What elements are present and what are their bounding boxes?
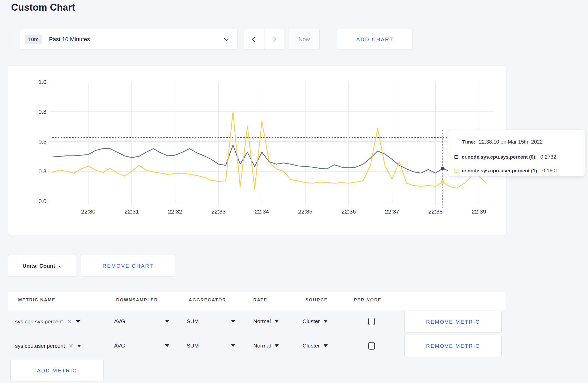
y-tick-label: 0.3 bbox=[38, 168, 46, 175]
aggregator-select[interactable]: SUM bbox=[187, 318, 235, 324]
time-range-select[interactable]: 10m Past 10 Minutes bbox=[20, 29, 237, 50]
tooltip-time-label: Time: bbox=[462, 139, 475, 145]
chevron-right-icon bbox=[270, 37, 276, 42]
clear-metric-icon[interactable]: ✕ bbox=[69, 343, 73, 349]
user-crosshair-dot bbox=[441, 180, 444, 184]
tooltip-user-label: cr.node.sys.cpu.user.percent (1): bbox=[462, 168, 539, 174]
downsampler-value: AVG bbox=[114, 343, 125, 349]
column-header-per-node: PER NODE bbox=[354, 297, 381, 303]
source-value: Cluster bbox=[303, 343, 320, 349]
sys-series-swatch-icon bbox=[454, 155, 458, 159]
prev-range-button[interactable] bbox=[244, 29, 264, 49]
y-tick-label: 1.0 bbox=[38, 79, 46, 85]
tooltip-time-value: 22:38:10 on Mar 15th, 2022 bbox=[479, 139, 543, 145]
source-select[interactable]: Cluster bbox=[303, 318, 328, 324]
rate-value: Normal bbox=[253, 343, 271, 349]
dropdown-caret-icon[interactable] bbox=[77, 345, 81, 347]
toolbar-divider bbox=[10, 29, 10, 50]
source-select[interactable]: Cluster bbox=[303, 343, 328, 349]
per-node-checkbox[interactable] bbox=[368, 318, 375, 325]
dropdown-caret-icon bbox=[231, 320, 235, 323]
column-header-aggregator: AGGREGATOR bbox=[189, 297, 226, 303]
time-range-badge: 10m bbox=[25, 35, 42, 44]
units-select[interactable]: Units: Count bbox=[8, 255, 76, 277]
dropdown-caret-icon bbox=[275, 344, 279, 347]
page-title: Custom Chart bbox=[11, 2, 75, 13]
next-range-button[interactable] bbox=[264, 29, 284, 49]
column-header-source: SOURCE bbox=[305, 297, 328, 303]
x-tick-label: 22:31 bbox=[124, 208, 139, 215]
downsampler-value: AVG bbox=[114, 318, 125, 324]
x-tick-label: 22:35 bbox=[298, 208, 312, 215]
column-header-metric-name: METRIC NAME bbox=[18, 297, 55, 303]
y-tick-label: 0.5 bbox=[38, 138, 46, 145]
tooltip-series-row: cr.node.sys.cpu.sys.percent (0): 0.2732 bbox=[454, 154, 556, 160]
tooltip-user-value: 0.1601 bbox=[542, 168, 558, 174]
dropdown-caret-icon bbox=[324, 320, 328, 323]
column-header-rate: RATE bbox=[253, 297, 267, 303]
metric-name-value: sys.cpu.sys.percent bbox=[15, 318, 63, 325]
rate-value: Normal bbox=[253, 318, 271, 324]
chevron-left-icon bbox=[252, 37, 258, 42]
x-tick-label: 22:37 bbox=[385, 208, 399, 215]
now-button[interactable]: Now bbox=[289, 29, 320, 50]
metric-name-value: sys.cpu.user.percent bbox=[15, 343, 65, 349]
x-tick-label: 22:34 bbox=[255, 208, 269, 215]
add-metric-button[interactable]: ADD METRIC bbox=[10, 360, 104, 381]
aggregator-value: SUM bbox=[187, 343, 199, 349]
x-tick-label: 22:30 bbox=[81, 208, 95, 215]
tooltip-series-row: cr.node.sys.cpu.user.percent (1): 0.1601 bbox=[454, 168, 558, 174]
per-node-checkbox[interactable] bbox=[368, 342, 375, 350]
sys-crosshair-dot bbox=[441, 167, 445, 170]
chart-panel[interactable]: 0.00.30.50.81.022:3022:3122:3222:3322:34… bbox=[8, 65, 506, 235]
user-series-line bbox=[52, 112, 486, 189]
dropdown-caret-icon bbox=[165, 320, 169, 323]
time-range-label: Past 10 Minutes bbox=[49, 36, 90, 43]
metric-name-cell[interactable]: sys.cpu.user.percent ✕ bbox=[15, 343, 81, 349]
aggregator-select[interactable]: SUM bbox=[187, 343, 235, 349]
remove-chart-button[interactable]: REMOVE CHART bbox=[81, 255, 175, 277]
x-tick-label: 22:38 bbox=[428, 208, 443, 215]
chevron-down-icon bbox=[59, 264, 62, 268]
chevron-down-icon bbox=[224, 37, 229, 41]
dropdown-caret-icon bbox=[324, 344, 328, 347]
sys-series-line bbox=[52, 145, 486, 173]
units-label: Units: Count bbox=[23, 263, 55, 269]
line-chart[interactable]: 0.00.30.50.81.022:3022:3122:3222:3322:34… bbox=[8, 66, 507, 236]
dropdown-caret-icon[interactable] bbox=[76, 320, 80, 323]
user-series-swatch-icon bbox=[454, 169, 458, 173]
chart-tooltip: Time: 22:38:10 on Mar 15th, 2022 cr.node… bbox=[448, 130, 585, 176]
downsampler-select[interactable]: AVG bbox=[114, 318, 169, 324]
metric-name-cell[interactable]: sys.cpu.sys.percent ✕ bbox=[15, 318, 80, 325]
x-tick-label: 22:33 bbox=[211, 208, 226, 215]
aggregator-value: SUM bbox=[187, 318, 199, 324]
remove-metric-button[interactable]: REMOVE METRIC bbox=[404, 335, 502, 357]
metrics-table-header: METRIC NAME DOWNSAMPLER AGGREGATOR RATE … bbox=[8, 292, 506, 310]
rate-select[interactable]: Normal bbox=[253, 343, 279, 349]
tooltip-sys-label: cr.node.sys.cpu.sys.percent (0): bbox=[462, 154, 537, 160]
x-tick-label: 22:36 bbox=[341, 208, 356, 215]
dropdown-caret-icon bbox=[231, 344, 235, 347]
custom-chart-page: Custom Chart 10m Past 10 Minutes Now ADD… bbox=[0, 0, 588, 383]
dropdown-caret-icon bbox=[275, 320, 279, 323]
column-header-downsampler: DOWNSAMPLER bbox=[116, 297, 158, 303]
time-nav-group bbox=[244, 29, 284, 50]
rate-select[interactable]: Normal bbox=[253, 318, 279, 324]
tooltip-sys-value: 0.2732 bbox=[540, 154, 556, 160]
source-value: Cluster bbox=[303, 318, 320, 324]
clear-metric-icon[interactable]: ✕ bbox=[67, 318, 72, 325]
x-tick-label: 22:39 bbox=[472, 208, 486, 215]
y-tick-label: 0.8 bbox=[38, 109, 46, 115]
dropdown-caret-icon bbox=[165, 344, 169, 347]
x-tick-label: 22:32 bbox=[168, 208, 182, 215]
remove-metric-button[interactable]: REMOVE METRIC bbox=[404, 311, 502, 333]
y-tick-label: 0.0 bbox=[38, 198, 46, 204]
downsampler-select[interactable]: AVG bbox=[114, 343, 169, 349]
add-chart-button[interactable]: ADD CHART bbox=[337, 29, 413, 50]
